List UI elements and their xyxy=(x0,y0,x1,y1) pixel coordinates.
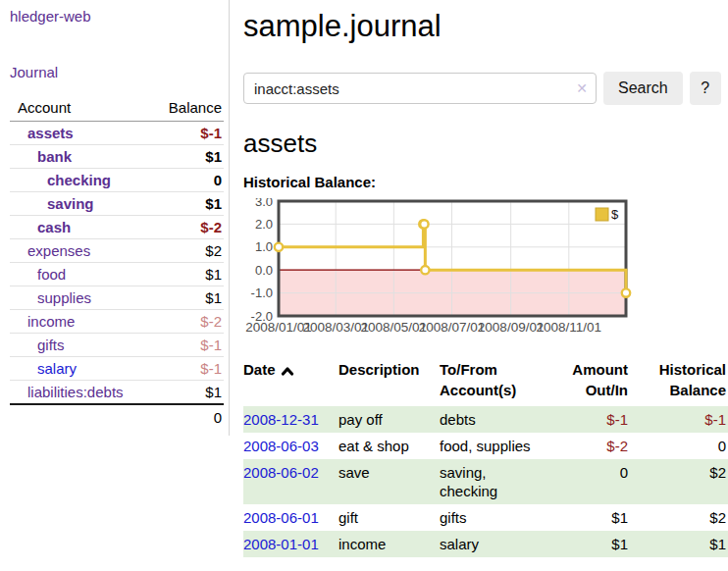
transaction-date-link[interactable]: 2008-06-02 xyxy=(243,464,319,481)
transaction-accounts: gifts xyxy=(440,504,557,531)
transaction-row: 2008-06-01giftgifts$1$2 xyxy=(243,504,728,531)
transaction-amount: $-1 xyxy=(557,406,630,433)
transaction-date: 2008-06-02 xyxy=(243,459,338,504)
legend-label: $ xyxy=(611,207,619,222)
search-form: ✕ Search ? xyxy=(243,72,728,105)
brand-link[interactable]: hledger-web xyxy=(10,8,224,25)
transaction-amount: $1 xyxy=(557,504,630,531)
account-balance: $2 xyxy=(148,239,224,263)
transaction-balance: $2 xyxy=(630,459,728,504)
accounts-total-spacer xyxy=(10,404,148,430)
account-row: saving$1 xyxy=(10,192,224,216)
account-link[interactable]: salary xyxy=(37,360,77,377)
search-button[interactable]: Search xyxy=(603,72,683,105)
account-link[interactable]: cash xyxy=(37,219,71,235)
transaction-accounts: food, supplies xyxy=(440,433,557,459)
register-col-label: To/From Account(s) xyxy=(440,361,516,398)
transaction-accounts: salary xyxy=(440,531,557,557)
transaction-accounts: saving, checking xyxy=(440,459,557,504)
x-tick-label: 2008/07/01 xyxy=(419,320,486,335)
account-link[interactable]: income xyxy=(27,313,75,330)
register-col-label: Date xyxy=(243,361,276,378)
account-link[interactable]: checking xyxy=(47,172,111,188)
account-row: assets$-1 xyxy=(10,122,224,145)
register-col-date[interactable]: Date xyxy=(243,355,338,406)
accounts-table: Account Balance assets$-1bank$1checking0… xyxy=(10,96,224,430)
account-link[interactable]: expenses xyxy=(27,242,90,259)
transaction-date: 2008-06-03 xyxy=(243,433,338,459)
register-col-label: Description xyxy=(338,361,420,378)
account-link[interactable]: saving xyxy=(47,195,94,212)
clear-search-icon[interactable]: ✕ xyxy=(576,79,588,97)
transaction-balance: $1 xyxy=(630,531,728,557)
register-col-to: To/From Account(s) xyxy=(440,355,557,406)
transaction-row: 2008-01-01incomesalary$1$1 xyxy=(243,531,728,557)
data-point-marker xyxy=(420,220,428,228)
x-tick-label: 2008/03/01 xyxy=(302,320,369,335)
register-col-amount: Amount Out/In xyxy=(557,355,630,406)
transaction-date-link[interactable]: 2008-06-01 xyxy=(243,509,319,526)
register-col-historical: Historical Balance xyxy=(630,355,728,406)
x-tick-label: 2008/09/01 xyxy=(478,320,545,335)
account-row: food$1 xyxy=(10,263,224,286)
account-link[interactable]: food xyxy=(37,266,66,283)
search-input[interactable] xyxy=(243,73,597,104)
account-balance: 0 xyxy=(148,169,224,192)
journal-nav-link[interactable]: Journal xyxy=(10,64,224,80)
account-row: cash$-2 xyxy=(10,216,224,239)
x-tick-label: 2008/11/01 xyxy=(537,320,602,335)
accounts-header-row: Account Balance xyxy=(10,96,224,122)
accounts-total-value: 0 xyxy=(148,404,224,430)
transaction-amount: $1 xyxy=(557,531,630,557)
transaction-amount: 0 xyxy=(557,459,630,504)
account-row: income$-2 xyxy=(10,310,224,334)
page-title: sample.journal xyxy=(243,8,728,45)
transaction-row: 2008-06-03eat & shopfood, supplies$-20 xyxy=(243,433,728,459)
balance-chart: $3.02.01.00.0-1.0-2.02008/01/012008/03/0… xyxy=(243,198,728,339)
y-tick-label: 2.0 xyxy=(255,217,273,232)
sidebar: hledger-web Journal Account Balance asse… xyxy=(0,0,230,436)
transaction-date: 2008-01-01 xyxy=(243,531,338,557)
y-tick-label: 3.0 xyxy=(255,198,273,209)
transaction-description: income xyxy=(338,531,440,557)
account-balance: $1 xyxy=(148,192,224,216)
search-box: ✕ xyxy=(243,73,597,104)
data-point-marker xyxy=(622,288,630,296)
account-link[interactable]: liabilities:debts xyxy=(27,384,124,400)
transaction-description: gift xyxy=(338,504,440,531)
transaction-balance: 0 xyxy=(630,433,728,459)
account-row: expenses$2 xyxy=(10,239,224,263)
transaction-date: 2008-06-01 xyxy=(243,504,338,531)
account-link[interactable]: assets xyxy=(27,125,74,141)
transaction-description: eat & shop xyxy=(338,433,440,459)
account-row: bank$1 xyxy=(10,145,224,169)
y-tick-label: -1.0 xyxy=(251,286,273,300)
account-row: salary$-1 xyxy=(10,357,224,381)
account-balance: $1 xyxy=(148,286,224,310)
account-balance: $-1 xyxy=(148,122,224,145)
transaction-date-link[interactable]: 2008-01-01 xyxy=(243,536,319,552)
chart-title: Historical Balance: xyxy=(243,174,728,190)
account-heading: assets xyxy=(243,129,728,158)
account-balance: $-1 xyxy=(148,357,224,381)
account-link[interactable]: bank xyxy=(37,148,72,165)
transaction-amount: $-2 xyxy=(557,433,630,459)
legend-swatch xyxy=(596,208,608,221)
y-tick-label: 1.0 xyxy=(255,239,273,254)
transaction-description: pay off xyxy=(338,406,440,433)
search-help-button[interactable]: ? xyxy=(690,72,721,105)
account-link[interactable]: gifts xyxy=(37,337,65,353)
register-col-label: Amount Out/In xyxy=(572,361,628,398)
account-link[interactable]: supplies xyxy=(37,289,91,306)
account-balance: $1 xyxy=(148,263,224,286)
transaction-row: 2008-12-31pay offdebts$-1$-1 xyxy=(243,406,728,433)
transaction-date-link[interactable]: 2008-06-03 xyxy=(243,438,319,454)
main-content: sample.journal ✕ Search ? assets Histori… xyxy=(230,0,728,557)
account-balance: $1 xyxy=(148,381,224,405)
register-header-row: DateDescriptionTo/From Account(s)Amount … xyxy=(243,355,728,406)
register-col-description: Description xyxy=(338,355,440,406)
accounts-col-account: Account xyxy=(10,96,148,122)
y-tick-label: 0.0 xyxy=(255,263,273,278)
transaction-accounts: debts xyxy=(440,406,557,433)
transaction-date-link[interactable]: 2008-12-31 xyxy=(243,411,319,428)
